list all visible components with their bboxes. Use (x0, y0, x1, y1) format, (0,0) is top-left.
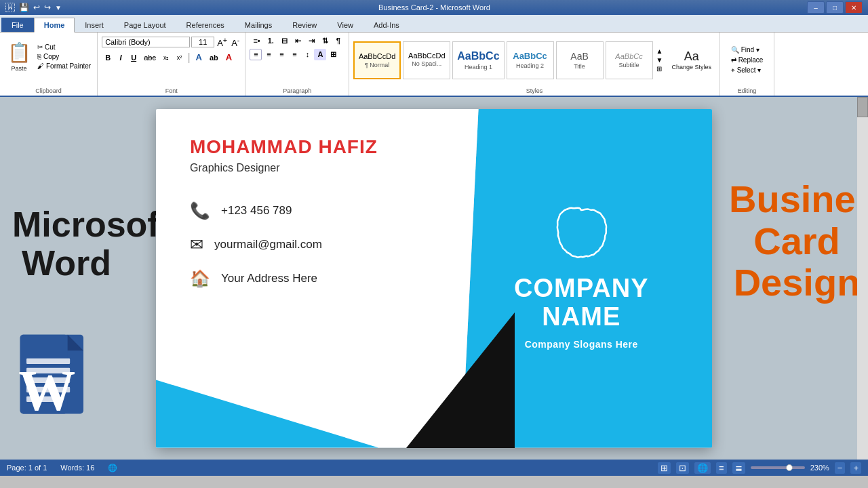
replace-button[interactable]: ⇄ Replace (728, 56, 766, 64)
quick-access-customize[interactable]: ▼ (55, 4, 62, 12)
decrease-font-button[interactable]: A- (230, 35, 241, 49)
find-icon: 🔍 (731, 46, 739, 54)
bold-button[interactable]: B (102, 52, 114, 63)
outline-button[interactable]: ≡ (716, 462, 727, 474)
tab-review[interactable]: Review (282, 18, 327, 32)
ribbon-tabs: File Home Insert Page Layout References … (0, 15, 868, 33)
zoom-slider[interactable] (751, 466, 805, 469)
line-spacing-button[interactable]: ↕ (301, 49, 313, 60)
format-painter-button[interactable]: 🖌 Format Painter (35, 62, 93, 70)
font-top-row: Calibri (Body) 11 A+ A- (102, 35, 241, 49)
paragraph-label: Paragraph (245, 87, 348, 94)
bullets-button[interactable]: ≡• (250, 35, 263, 47)
maximize-button[interactable]: □ (826, 1, 844, 14)
styles-scroll-up[interactable]: ▲ (656, 47, 663, 55)
paragraph-group: ≡• 1. ⊟ ⇤ ⇥ ⇅ ¶ ≡ ≡ ≡ ≡ ↕ A ⊞ Paragraph (245, 33, 349, 96)
style-h2-label: Heading 2 (516, 62, 544, 69)
styles-scroll-down[interactable]: ▼ (656, 56, 663, 64)
font-color-button[interactable]: A (222, 51, 235, 64)
quick-access-undo[interactable]: ↩ (33, 3, 40, 12)
sort-button[interactable]: ⇅ (319, 35, 332, 47)
print-layout-button[interactable]: ⊞ (658, 462, 671, 474)
tab-insert[interactable]: Insert (75, 18, 114, 32)
sidebar-microsoft: Microsoft (12, 205, 121, 244)
style-nospacing-preview: AaBbCcDd (408, 53, 445, 59)
scroll-thumb[interactable] (857, 97, 868, 117)
style-nospacing-label: No Spaci... (412, 60, 441, 67)
tab-references[interactable]: References (176, 18, 235, 32)
text-effect-button[interactable]: A (193, 51, 205, 64)
show-paragraph-button[interactable]: ¶ (332, 35, 344, 47)
numbering-button[interactable]: 1. (264, 35, 277, 47)
style-normal[interactable]: AaBbCcDd ¶ Normal (353, 41, 401, 79)
shading-button[interactable]: A (314, 49, 326, 60)
para-row-2: ≡ ≡ ≡ ≡ ↕ A ⊞ (250, 49, 340, 60)
minimize-button[interactable]: – (807, 1, 825, 14)
clipboard-group: 📋 Paste ✂ Cut ⎘ Copy 🖌 Format Painter (0, 33, 98, 96)
justify-button[interactable]: ≡ (288, 49, 300, 60)
title-bar-controls: – □ ✕ (807, 1, 863, 14)
align-center-button[interactable]: ≡ (262, 49, 275, 60)
align-right-button[interactable]: ≡ (275, 49, 288, 60)
window-title: Business Card-2 - Microsoft Word (62, 3, 807, 12)
style-heading2[interactable]: AaBbCc Heading 2 (507, 41, 554, 79)
find-button[interactable]: 🔍 Find ▾ (728, 45, 762, 54)
style-title[interactable]: AaB Title (556, 41, 604, 79)
quick-access-redo[interactable]: ↪ (44, 3, 51, 12)
copy-button[interactable]: ⎘ Copy (35, 52, 93, 61)
tab-mailings[interactable]: Mailings (235, 18, 282, 32)
select-button[interactable]: ⌖ Select ▾ (728, 66, 764, 75)
close-button[interactable]: ✕ (845, 1, 863, 14)
superscript-button[interactable]: x² (173, 53, 185, 62)
underline-button[interactable]: U (127, 52, 140, 63)
styles-more[interactable]: ⊞ (656, 65, 663, 73)
tab-home[interactable]: Home (34, 18, 75, 33)
full-screen-button[interactable]: ⊡ (676, 462, 689, 474)
card-person-name: MOHAMMAD HAFIZ (190, 136, 431, 158)
zoom-out-button[interactable]: − (835, 462, 846, 474)
zoom-in-button[interactable]: + (850, 462, 861, 474)
web-layout-button[interactable]: 🌐 (694, 462, 711, 474)
text-highlight-button[interactable]: ab (206, 52, 222, 63)
decrease-indent-button[interactable]: ⇤ (292, 35, 304, 47)
italic-button[interactable]: I (115, 52, 127, 63)
quick-access-save[interactable]: 💾 (19, 3, 29, 12)
vertical-scrollbar[interactable] (857, 97, 868, 460)
email-address: yourmail@gmail.com (214, 238, 322, 251)
card-person-title: Graphics Designer (190, 162, 431, 174)
cut-button[interactable]: ✂ Cut (35, 43, 93, 52)
subscript-button[interactable]: x₂ (160, 53, 173, 62)
style-normal-label: ¶ Normal (365, 62, 389, 68)
zoom-thumb[interactable] (786, 464, 793, 471)
font-name-selector[interactable]: Calibri (Body) (102, 37, 190, 47)
company-name-line2: NAME (514, 303, 648, 331)
editing-label: Editing (720, 87, 774, 94)
strikethrough-button[interactable]: abc (140, 52, 159, 63)
increase-indent-button[interactable]: ⇥ (305, 35, 318, 47)
style-subtitle[interactable]: AaBbCc Subtitle (606, 41, 653, 79)
tab-addins[interactable]: Add-Ins (363, 18, 410, 32)
title-bar: 🇼 💾 ↩ ↪ ▼ Business Card-2 - Microsoft Wo… (0, 0, 868, 15)
paste-button[interactable]: 📋 Paste (4, 35, 34, 77)
change-styles-button[interactable]: Aa Change Styles (667, 48, 715, 72)
tab-view[interactable]: View (327, 18, 363, 32)
style-nospacing[interactable]: AaBbCcDd No Spaci... (403, 41, 450, 79)
font-size-selector[interactable]: 11 (191, 37, 214, 47)
status-bar-right: ⊞ ⊡ 🌐 ≡ ≣ 230% − + (658, 462, 861, 474)
increase-font-button[interactable]: A+ (216, 35, 229, 49)
change-styles-label: Change Styles (671, 64, 711, 70)
align-left-button[interactable]: ≡ (250, 49, 262, 60)
multilevel-list-button[interactable]: ⊟ (278, 35, 291, 47)
phone-icon: 📞 (190, 201, 210, 220)
paste-label: Paste (11, 65, 26, 72)
draft-button[interactable]: ≣ (732, 462, 745, 474)
style-h1-label: Heading 1 (465, 64, 492, 70)
word-count: Words: 16 (60, 464, 94, 472)
status-bar: Page: 1 of 1 Words: 16 🌐 ⊞ ⊡ 🌐 ≡ ≣ 230% … (0, 460, 868, 476)
tab-file[interactable]: File (1, 18, 34, 32)
tab-page-layout[interactable]: Page Layout (114, 18, 176, 32)
font-format-row: B I U abc x₂ x² | A ab A (102, 51, 235, 64)
ribbon: 📋 Paste ✂ Cut ⎘ Copy 🖌 Format Painter (0, 33, 868, 97)
border-button[interactable]: ⊞ (327, 49, 340, 60)
style-heading1[interactable]: AaBbCc Heading 1 (452, 41, 504, 79)
